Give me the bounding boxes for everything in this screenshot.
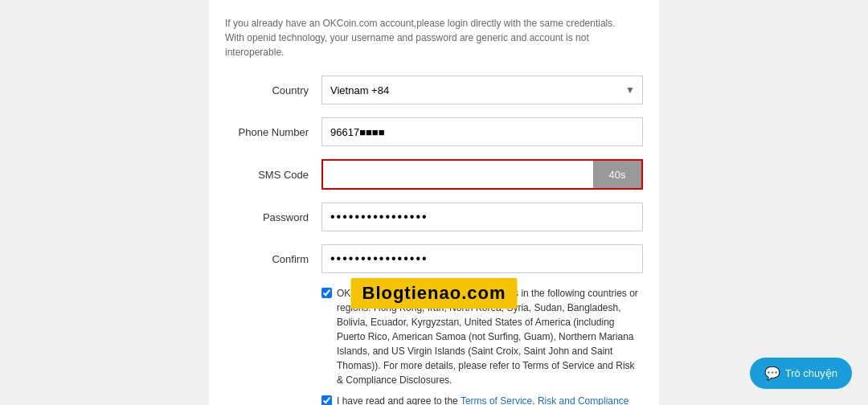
phone-label: Phone Number — [225, 126, 321, 138]
sms-input[interactable] — [323, 161, 593, 188]
info-line2: With openid technology, your username an… — [225, 31, 643, 59]
country-select[interactable]: Vietnam +84 United States +1 China +86 U… — [321, 76, 643, 104]
agree-text: I have read and agree to the Terms of Se… — [337, 394, 643, 405]
password-input[interactable] — [321, 202, 643, 231]
agree-checkbox[interactable] — [321, 395, 332, 405]
sms-input-wrapper: 40s — [321, 159, 643, 190]
sms-label: SMS Code — [225, 169, 321, 181]
sms-row: SMS Code 40s — [209, 153, 659, 196]
watermark: Blogtienao.com — [350, 278, 517, 309]
info-line1: If you already have an OKCoin.com accoun… — [225, 16, 643, 31]
country-label: Country — [225, 84, 321, 96]
country-select-wrapper: Vietnam +84 United States +1 China +86 U… — [321, 76, 643, 104]
phone-input[interactable] — [321, 117, 643, 146]
agree-checkbox-row: I have read and agree to the Terms of Se… — [321, 394, 643, 405]
phone-row: Phone Number — [209, 111, 659, 153]
country-row: Country Vietnam +84 United States +1 Chi… — [209, 69, 659, 111]
agree-prefix: I have read and agree to the — [337, 395, 461, 405]
password-label: Password — [225, 211, 321, 223]
chat-label: Trò chuyện — [785, 367, 837, 379]
chat-icon: 💬 — [764, 366, 780, 381]
info-section: If you already have an OKCoin.com accoun… — [209, 16, 659, 69]
terms-checkbox[interactable] — [321, 288, 332, 298]
chat-button[interactable]: 💬 Trò chuyện — [750, 358, 852, 389]
confirm-row: Confirm — [209, 238, 659, 280]
confirm-label: Confirm — [225, 253, 321, 265]
sms-send-button[interactable]: 40s — [593, 161, 641, 188]
confirm-input[interactable] — [321, 244, 643, 273]
password-row: Password — [209, 196, 659, 238]
